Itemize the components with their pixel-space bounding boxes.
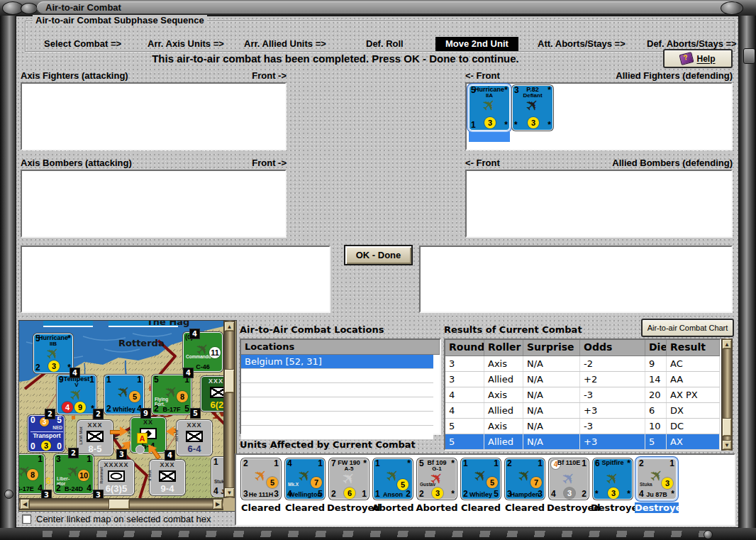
results-row[interactable]: 4AlliedN/A+36DX <box>445 403 720 419</box>
results-scrollbar[interactable]: ▲ ▼ <box>721 338 733 451</box>
unit-counter-fw-190-a-5[interactable]: 7FW 190A-5*✈621 <box>329 458 369 500</box>
counter-bottom-left: * <box>514 121 518 130</box>
results-row[interactable]: 3AlliedN/A+214AA <box>445 372 720 387</box>
map-counter-b-24d[interactable]: 31✈Liber-ator10B-24D24 <box>54 454 94 494</box>
ok-done-button[interactable]: OK - Done <box>344 245 413 265</box>
locations-section-title: Air-to-Air Combat Locations <box>240 324 384 335</box>
allied-fighter-counter-0[interactable]: 5HurricaneIIA*✈31* <box>469 85 510 131</box>
location-row[interactable]: Belgium [52, 31] <box>241 355 433 369</box>
map-scroll-left-icon[interactable]: ◀ <box>20 499 30 509</box>
results-row[interactable]: 5AxisN/A-310DC <box>445 419 720 434</box>
title-bar: Air-to-air Combat <box>0 0 756 16</box>
counter-strength-circle: 3 <box>608 487 619 499</box>
hex-control-badge: 5 <box>190 408 201 419</box>
results-cell: Axis <box>484 419 523 434</box>
hex-control-badge: 4 <box>189 329 200 339</box>
combat-chart-button[interactable]: Air-to-air Combat Chart <box>641 319 734 337</box>
counter-strength-circle: 4 <box>62 402 73 413</box>
map-counter-hurricane[interactable]: 5HurricaneIIB*✈32* <box>33 334 73 373</box>
map-counter-tempest[interactable]: 9TempestV1✈94* <box>57 375 96 414</box>
location-row[interactable] <box>241 383 433 397</box>
help-book-icon <box>679 52 694 65</box>
map-scroll-down-icon[interactable]: ▼ <box>224 487 235 497</box>
unit-counter-bf-110e[interactable]: 4Bf 110E1✈342 <box>549 458 589 500</box>
unit-counter-wellington[interactable]: 41✈Mk.X7Wellington45 <box>285 458 325 500</box>
location-row[interactable] <box>241 397 433 412</box>
allied-bombers-label: Allied Bombers (defending) <box>569 158 733 168</box>
air-attack-marker: A <box>137 433 148 443</box>
counter-note: Mk.X <box>288 482 306 487</box>
unit-status: Destroyed <box>635 502 679 513</box>
map-hscroll-thumb[interactable] <box>109 499 130 509</box>
unit-counter-anson[interactable]: 1*✈5Anson12 <box>373 458 413 500</box>
results-row[interactable]: 4AxisN/A-320AX PX <box>445 387 720 403</box>
screw-icon <box>4 490 13 499</box>
results-scroll-down-icon[interactable]: ▼ <box>722 440 732 450</box>
window-deco-icon <box>21 3 38 14</box>
results-cell: AX PX <box>667 387 720 402</box>
map-scroll-up-icon[interactable]: ▲ <box>224 321 235 331</box>
map-counter-9-4[interactable]: XXX9-4II Mot <box>150 460 185 495</box>
map-counter-8-5[interactable]: XXX8-5LXVI Mot <box>77 420 113 456</box>
counter-bottom-right: 2 <box>406 490 411 499</box>
window-close-icon[interactable] <box>721 1 743 15</box>
map-horizontal-scrollbar[interactable]: ◀ ▶ <box>19 498 223 510</box>
unit-strength: 6-4 <box>177 443 211 454</box>
unit-counter-hampden[interactable]: 21✈7Hampden33 <box>505 458 545 500</box>
map-counter-6-4[interactable]: XXX6-4XII Inf <box>177 420 212 456</box>
map-counter-transport[interactable]: 035NEDTransport030 <box>28 415 65 452</box>
location-row[interactable] <box>241 426 433 440</box>
axis-fighters-label: Axis Fighters (attacking) <box>21 70 128 81</box>
units-affected-panel: 21✈5He 111H33Cleared41✈Mk.X7Wellington45… <box>235 453 735 526</box>
results-cell: AC <box>667 356 720 371</box>
counter-bottom-right: 2 <box>582 490 587 499</box>
combat-map[interactable]: RotterdaThe HagDyitwGMSEU(65HurricaneIIB… <box>18 320 237 512</box>
front-right-label-2: Front -> <box>194 158 287 168</box>
counter-bottom-left: 4 <box>213 487 218 496</box>
counter-bottom-left: 4 <box>639 490 644 499</box>
results-scroll-up-icon[interactable]: ▲ <box>722 339 732 349</box>
counter-strength-circle: 5 <box>267 477 278 488</box>
counter-bottom-left: 2 <box>106 404 111 414</box>
map-vertical-scrollbar[interactable]: ▲ ▼ <box>223 321 235 498</box>
unit-counter-whitley[interactable]: 11✈5Whitley25 <box>461 458 501 500</box>
map-overlay: RotterdaThe HagDyitwGMSEU(65HurricaneIIB… <box>19 321 223 498</box>
locations-list: Belgium [52, 31] <box>241 355 440 440</box>
unit-side-label: II Mot <box>148 470 152 481</box>
map-scroll-corner <box>223 498 235 510</box>
unit-counter-spitfire[interactable]: 6Spitfire*✈3** <box>593 458 633 500</box>
unit-strength: 6(3)5 <box>99 483 133 494</box>
axis-fighters-panel <box>21 82 287 150</box>
unit-counter-he-111h[interactable]: 21✈5He 111H33 <box>241 458 281 500</box>
results-cell: 3 <box>445 372 484 387</box>
location-row[interactable] <box>241 412 433 426</box>
results-scroll-thumb[interactable] <box>722 418 732 436</box>
help-button-label: Help <box>696 54 715 64</box>
map-viewport[interactable]: RotterdaThe HagDyitwGMSEU(65HurricaneIIB… <box>19 321 223 498</box>
map-counter-6(3)5[interactable]: XXXXX6(3)5Rommel <box>99 460 134 495</box>
counter-top-left: 2 <box>243 459 248 468</box>
results-rows: 3AxisN/A-29AC3AlliedN/A+214AA4AxisN/A-32… <box>445 356 720 450</box>
allied-fighter-counter-1[interactable]: 3P.82Defiant*✈3** <box>512 85 553 131</box>
unit-counter-ju-87b[interactable]: 21✈Stuka3Ju 87B4* <box>637 458 677 500</box>
map-label-rotterda: Rotterda <box>118 338 165 348</box>
unit-counter-bf-109-g-1[interactable]: 5Bf 109G-1*✈Gustav32* <box>417 458 457 500</box>
map-counter-b-17f[interactable]: 51✈Flying Fort.8B-17F25 <box>152 375 191 414</box>
map-counter-b-17e[interactable]: 1✈8B-17E4 <box>19 454 45 494</box>
map-counter-whitley[interactable]: 11✈5Whitley24 <box>104 375 144 414</box>
selection-bar <box>469 132 510 142</box>
map-vscroll-thumb[interactable] <box>224 369 235 393</box>
unit-size-label: XX <box>131 419 165 426</box>
results-row[interactable]: 3AxisN/A-29AC <box>445 356 720 372</box>
center-map-checkbox[interactable] <box>22 514 31 524</box>
map-counter-ju-87b[interactable]: 1✈Stuka3Ju 87B4 <box>211 457 223 497</box>
map-counter-6(2)[interactable]: XXXX6(2) <box>201 376 223 412</box>
location-row[interactable] <box>241 369 433 383</box>
unit-status: Aborted <box>415 502 459 513</box>
results-cell: N/A <box>523 434 580 449</box>
counter-strength-circle: 3 <box>528 117 539 128</box>
map-scroll-right-icon[interactable]: ▶ <box>213 499 223 509</box>
results-row[interactable]: 5AlliedN/A+35AX <box>445 434 720 450</box>
map-marker <box>72 416 75 419</box>
help-button[interactable]: Help <box>663 49 733 68</box>
